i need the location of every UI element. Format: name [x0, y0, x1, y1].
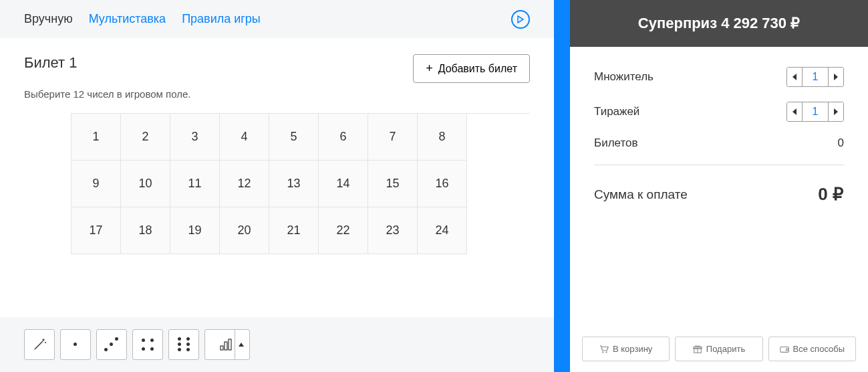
wallet-icon — [780, 345, 789, 354]
total-label: Сумма к оплате — [594, 187, 688, 202]
multiplier-decrease[interactable] — [787, 68, 802, 86]
dice-1-icon — [66, 335, 85, 354]
dice-3-icon — [102, 335, 121, 354]
number-cell-22[interactable]: 22 — [319, 207, 368, 254]
dice-3-button[interactable] — [96, 329, 127, 360]
tab-manual[interactable]: Вручную — [24, 12, 73, 26]
draws-decrease[interactable] — [787, 102, 802, 121]
all-methods-button[interactable]: Все способы — [768, 337, 856, 361]
summary-panel: Множитель 1 Тиражей 1 — [570, 47, 868, 326]
superprize-banner: Суперприз 4 292 730 ₽ — [570, 0, 868, 47]
stats-dropdown-caret[interactable] — [235, 330, 247, 359]
superprize-amount: 4 292 730 — [721, 15, 786, 31]
cart-label: В корзину — [613, 344, 652, 354]
caret-left-icon — [792, 74, 797, 80]
how-to-play-button[interactable] — [511, 10, 530, 29]
magic-wand-button[interactable] — [24, 329, 55, 360]
number-cell-10[interactable]: 10 — [121, 161, 170, 207]
svg-rect-13 — [780, 347, 788, 352]
number-cell-5[interactable]: 5 — [269, 114, 319, 161]
tab-multistake[interactable]: Мультиставка — [89, 12, 166, 26]
caret-right-icon — [834, 108, 838, 115]
tabs-bar: Вручную Мультиставка Правила игры — [0, 0, 554, 38]
dice-1-button[interactable] — [60, 329, 91, 360]
number-cell-19[interactable]: 19 — [170, 207, 220, 254]
plus-icon: + — [426, 62, 433, 76]
tickets-label: Билетов — [594, 136, 638, 150]
number-cell-17[interactable]: 17 — [71, 207, 121, 254]
number-cell-14[interactable]: 14 — [319, 161, 368, 207]
number-cell-3[interactable]: 3 — [170, 114, 220, 161]
number-cell-4[interactable]: 4 — [220, 114, 269, 161]
svg-rect-5 — [221, 346, 223, 350]
number-cell-9[interactable]: 9 — [71, 161, 121, 207]
number-cell-16[interactable]: 16 — [418, 161, 467, 207]
svg-rect-6 — [225, 342, 227, 350]
ticket-area: Билет 1 + Добавить билет Выберите 12 чис… — [0, 38, 554, 317]
draws-stepper[interactable]: 1 — [786, 102, 844, 122]
add-ticket-button[interactable]: + Добавить билет — [413, 54, 530, 83]
add-ticket-label: Добавить билет — [438, 63, 517, 75]
number-grid: 123456789101112131415161718192021222324 — [71, 113, 530, 254]
dice-4-button[interactable] — [132, 329, 163, 360]
number-cell-18[interactable]: 18 — [121, 207, 170, 254]
number-cell-21[interactable]: 21 — [269, 207, 319, 254]
multiplier-label: Множитель — [594, 70, 654, 84]
summary-divider — [594, 165, 844, 165]
dice-6-icon — [174, 335, 193, 354]
ticket-title: Билет 1 — [24, 54, 78, 72]
number-cell-12[interactable]: 12 — [220, 161, 269, 207]
svg-rect-14 — [786, 349, 788, 351]
svg-rect-7 — [229, 339, 231, 350]
tickets-value: 0 — [838, 136, 844, 150]
all-methods-label: Все способы — [793, 344, 845, 354]
number-cell-8[interactable]: 8 — [418, 114, 467, 161]
draws-increase[interactable] — [829, 102, 843, 121]
superprize-label: Суперприз — [638, 15, 717, 31]
tab-rules[interactable]: Правила игры — [182, 12, 261, 26]
number-cell-11[interactable]: 11 — [170, 161, 220, 207]
superprize-currency: ₽ — [790, 15, 800, 31]
draws-value: 1 — [802, 102, 829, 121]
number-cell-13[interactable]: 13 — [269, 161, 319, 207]
svg-point-8 — [602, 351, 603, 353]
bar-chart-icon — [219, 338, 235, 351]
caret-left-icon — [792, 108, 797, 115]
play-icon — [517, 15, 524, 23]
number-cell-24[interactable]: 24 — [418, 207, 467, 254]
number-cell-6[interactable]: 6 — [319, 114, 368, 161]
svg-point-9 — [605, 351, 607, 353]
caret-up-icon — [239, 343, 244, 347]
gift-label: Подарить — [706, 344, 745, 354]
accent-divider — [554, 0, 570, 372]
draws-label: Тиражей — [594, 105, 639, 118]
dice-6-button[interactable] — [168, 329, 199, 360]
number-cell-23[interactable]: 23 — [368, 207, 418, 254]
stats-button[interactable] — [204, 329, 250, 360]
dice-4-icon — [138, 335, 157, 354]
multiplier-increase[interactable] — [829, 68, 843, 86]
gift-button[interactable]: Подарить — [675, 337, 762, 361]
ticket-hint: Выберите 12 чисел в игровом поле. — [24, 88, 530, 100]
cart-icon — [599, 345, 609, 354]
caret-right-icon — [834, 74, 838, 80]
number-cell-2[interactable]: 2 — [121, 114, 170, 161]
number-cell-1[interactable]: 1 — [71, 114, 121, 161]
wand-icon — [31, 337, 47, 353]
action-row: В корзину Подарить Все способы — [570, 326, 868, 372]
gift-icon — [693, 345, 702, 354]
quick-tools-bar — [0, 317, 554, 372]
svg-line-0 — [35, 341, 43, 349]
number-cell-7[interactable]: 7 — [368, 114, 418, 161]
add-to-cart-button[interactable]: В корзину — [582, 337, 670, 361]
total-value: 0 — [818, 184, 827, 204]
total-currency: ₽ — [833, 184, 844, 204]
number-cell-15[interactable]: 15 — [368, 161, 418, 207]
multiplier-value: 1 — [802, 68, 829, 86]
number-cell-20[interactable]: 20 — [220, 207, 269, 254]
multiplier-stepper[interactable]: 1 — [786, 67, 844, 87]
